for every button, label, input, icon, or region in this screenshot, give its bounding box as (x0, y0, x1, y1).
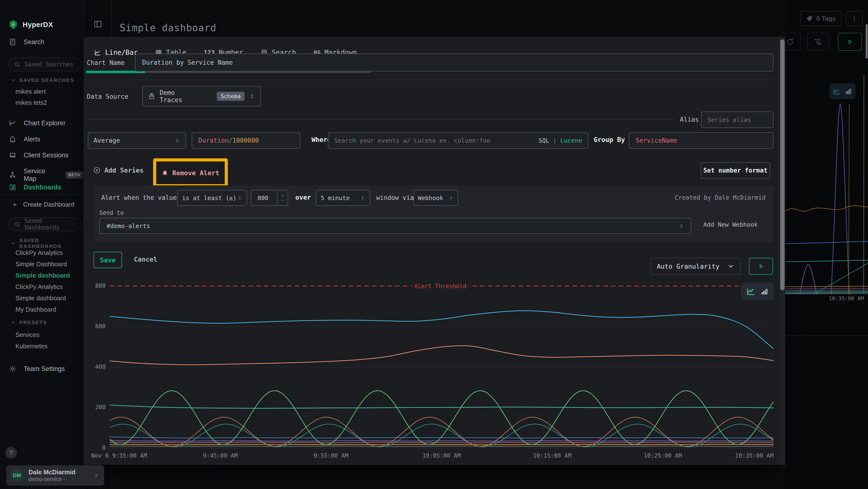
plus-circle-icon (93, 167, 100, 174)
saved-dashboards-section-header[interactable]: SAVED DASHBOARDS (10, 237, 83, 249)
header-divider (112, 0, 112, 37)
sidebar: HyperDX Search Saved Searches SAVED SEAR… (0, 0, 84, 489)
sidebar-item-alerts[interactable]: Alerts (9, 136, 40, 143)
add-series-button[interactable]: Add Series (93, 163, 144, 178)
cancel-button[interactable]: Cancel (134, 256, 157, 263)
laptop-icon (9, 151, 17, 159)
avatar: DM (10, 469, 23, 482)
bell-icon (161, 169, 168, 176)
chevron-updown-icon (237, 195, 242, 201)
aggregation-select[interactable]: Average (88, 132, 186, 149)
data-source-select[interactable]: Demo Traces Schema (142, 86, 261, 107)
alert-created-by: Created by Dale McDiarmid (675, 194, 766, 201)
granularity-select[interactable]: Auto Granularity (651, 258, 741, 275)
saved-search-item[interactable]: mikes alert (16, 88, 46, 95)
over-label: over (296, 194, 311, 201)
kebab-icon (850, 15, 858, 22)
tab-line-bar[interactable]: Line/Bar (94, 49, 138, 56)
expression-field: Duration (198, 137, 228, 144)
sql-toggle[interactable]: SQL (538, 137, 549, 144)
presets-section-header[interactable]: PRESETS (10, 320, 47, 325)
modal-scrollbar-thumb[interactable] (780, 39, 784, 290)
play-icon (846, 38, 854, 46)
sidebar-collapse-button[interactable] (93, 19, 104, 29)
group-by-input[interactable]: ServiceName (629, 132, 774, 149)
series-line-series-2 (110, 346, 774, 365)
run-chart-button[interactable] (749, 258, 773, 275)
lucene-toggle[interactable]: Lucene (560, 137, 582, 144)
alert-config-panel: Alert when the value is at least (≥) 800… (94, 185, 774, 242)
filter-button[interactable] (807, 33, 829, 51)
chevron-right-icon (93, 472, 100, 479)
preset-item[interactable]: Kubernetes (16, 343, 48, 350)
saved-dashboard-item[interactable]: Simple dashboard (16, 272, 70, 279)
x-tick-label: 10:05:00 AM (423, 452, 461, 459)
chart-name-input[interactable] (135, 54, 774, 71)
saved-search-item[interactable]: mikes tets2 (16, 99, 47, 107)
sidebar-item-chart-explorer[interactable]: Chart Explorer (9, 119, 66, 127)
saved-dashboard-item[interactable]: ClickPy Analytics (16, 283, 63, 291)
series-alias-input[interactable] (701, 112, 774, 128)
sidebar-item-dashboards[interactable]: Dashboards (9, 183, 61, 191)
user-subtitle: demo-service - (28, 476, 75, 483)
series-line-series-3 (110, 391, 774, 444)
modal-scrollbar[interactable] (779, 37, 785, 465)
y-tick-label: 200 (94, 404, 105, 410)
user-menu[interactable]: DM Dale McDiarmid demo-service - (6, 465, 104, 486)
saved-searches-placeholder: Saved Searches (25, 61, 73, 68)
alert-channel-select[interactable]: Webhook (413, 190, 458, 206)
help-button[interactable]: ? (5, 447, 17, 459)
page-scrollbar-thumb[interactable] (866, 24, 868, 58)
window-via-label: window via (376, 194, 414, 201)
alias-label: Alias (680, 116, 699, 123)
sidebar-item-label: Chart Explorer (24, 119, 66, 127)
saved-searches-section-header[interactable]: SAVED SEARCHES (10, 77, 74, 83)
aggregation-value: Average (94, 137, 120, 144)
add-new-webhook-button[interactable]: Add New Webhook (703, 221, 758, 228)
alert-window-select[interactable]: 5 minute (316, 190, 370, 206)
saved-dashboard-item[interactable]: My Dashboard (16, 306, 56, 313)
expression-input[interactable]: Duration/1000000 (192, 132, 300, 149)
sidebar-item-label: Search (24, 38, 44, 46)
saved-searches-input[interactable]: Saved Searches (8, 57, 82, 71)
create-dashboard-button[interactable]: Create Dashboard (11, 201, 74, 208)
beta-badge: BETA (66, 171, 83, 179)
data-source-label: Data Source (87, 93, 128, 100)
search-doc-icon (9, 38, 17, 46)
brand[interactable]: HyperDX (8, 19, 53, 30)
tags-button[interactable]: 0 Tags (800, 11, 841, 26)
hyperdx-logo-icon (8, 19, 18, 30)
events-search-input[interactable]: SQL | Lucene (328, 132, 588, 149)
app-screen: Simple dashboard 0 Tags 10:35:0 (0, 0, 868, 489)
events-search-field[interactable] (334, 137, 535, 144)
series-line-series-10 (110, 444, 774, 445)
remove-alert-button[interactable]: Remove Alert (156, 162, 225, 184)
alert-condition-select[interactable]: is at least (≥) (177, 190, 247, 206)
preset-item[interactable]: Services (16, 331, 39, 339)
set-number-format-button[interactable]: Set number format (701, 162, 770, 179)
expression-operator: / (228, 137, 232, 144)
run-query-background-button[interactable] (838, 33, 862, 51)
sidebar-item-service-map[interactable]: Service MapBETA (9, 168, 83, 182)
schema-badge: Schema (217, 92, 245, 101)
send-to-select[interactable]: #demo-alerts (99, 218, 691, 234)
number-spinner[interactable] (277, 191, 288, 205)
chart-canvas: Alert Threshold (94, 280, 774, 464)
sidebar-item-search[interactable]: Search (9, 38, 44, 46)
send-to-label: Send to (99, 209, 124, 216)
alert-threshold-input[interactable]: 800 (251, 190, 288, 206)
more-menu-button[interactable] (846, 11, 863, 26)
saved-dashboards-input[interactable]: Saved Dashboards (8, 217, 82, 231)
saved-dashboard-item[interactable]: Simple Dashboard (16, 260, 67, 268)
play-icon (757, 263, 765, 270)
magnifier-icon (14, 61, 21, 68)
saved-dashboard-item[interactable]: ClickPy Analytics (16, 249, 63, 257)
panel-toggle-icon (93, 19, 104, 29)
saved-dashboard-item[interactable]: Simple dashboard (16, 294, 66, 302)
chart-type-toggle[interactable] (741, 283, 774, 300)
sidebar-item-client-sessions[interactable]: Client Sessions (9, 151, 68, 159)
sidebar-item-label: Dashboards (24, 184, 61, 191)
save-button[interactable]: Save (94, 252, 122, 268)
sidebar-item-team-settings[interactable]: Team Settings (9, 365, 65, 373)
x-tick-label: 9:45:00 AM (203, 452, 238, 459)
